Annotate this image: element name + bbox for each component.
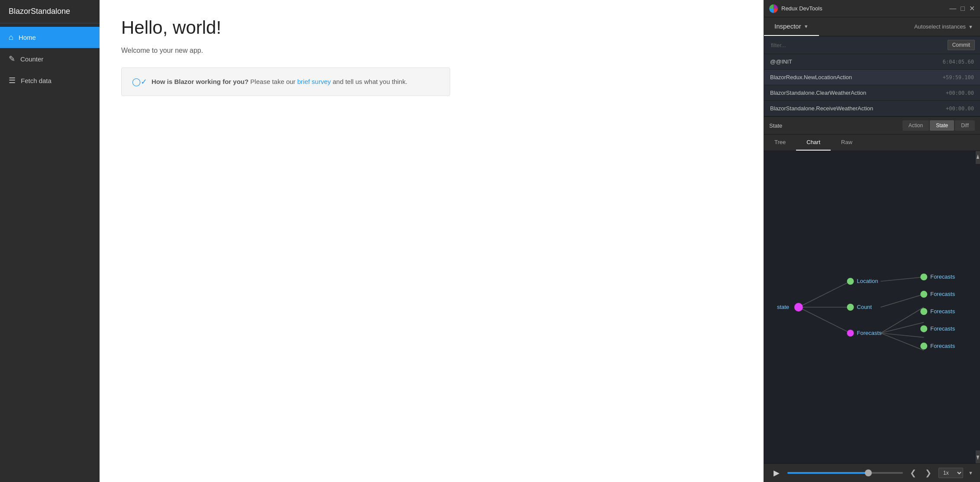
location-node [847,278,854,285]
action-name-clearweather: BlazorStandalone.ClearWeatherAction [770,90,866,96]
inspector-tab-label: Inspector [774,22,801,30]
sidebar-item-home-label: Home [19,34,36,41]
forecasts-child-5-label: Forecasts [930,343,955,349]
devtools-titlebar-left: Redux DevTools [769,4,822,13]
inspector-chevron-icon: ▼ [804,24,809,29]
speed-select[interactable]: 1x 2x 0.5x [938,468,963,478]
action-time-receiveweather: +00:00.00 [946,106,974,112]
devtools-header: Inspector ▼ Autoselect instances ▼ [764,17,980,36]
svg-line-4 [880,294,924,307]
action-row-receiveweather[interactable]: BlazorStandalone.ReceiveWeatherAction +0… [764,101,980,116]
svg-line-7 [880,333,924,337]
tab-action[interactable]: Action [903,120,929,131]
action-time-init: 6:04:05.60 [943,59,974,65]
next-button[interactable]: ❯ [923,467,933,479]
svg-line-0 [799,281,851,307]
info-box-before-link: Please take our [250,78,297,85]
view-tab-raw[interactable]: Raw [831,135,863,151]
inspector-tab[interactable]: Inspector ▼ [764,17,819,36]
main-content: Hello, world! Welcome to your new app. ◯… [100,0,764,482]
scrubber-fill [787,472,868,474]
forecasts-child-3-label: Forecasts [930,308,955,315]
svg-line-8 [880,333,924,350]
prev-button[interactable]: ❮ [908,467,918,479]
state-node-label: state [777,304,789,310]
play-button[interactable]: ▶ [771,467,782,479]
view-tab-tree[interactable]: Tree [764,135,796,151]
devtools-titlebar: Redux DevTools — □ ✕ [764,0,980,17]
sidebar-item-fetch-data[interactable]: ☰ Fetch data [0,70,100,91]
check-circle-icon: ◯✓ [132,77,147,87]
svg-marker-10 [977,456,979,460]
tab-diff[interactable]: Diff [955,120,975,131]
state-node [794,303,803,312]
scroll-indicator-bottom[interactable] [976,450,980,463]
speed-chevron-icon: ▼ [968,470,973,476]
sidebar: BlazorStandalone ⌂ Home ✎ Counter ☰ Fetc… [0,0,100,482]
scroll-indicator-top[interactable] [976,151,980,164]
home-icon: ⌂ [9,33,13,42]
app-brand: BlazorStandalone [0,0,100,23]
info-box-after-link: and tell us what you think. [332,78,407,85]
filter-input[interactable] [769,40,944,50]
count-node [847,304,854,311]
sidebar-item-home[interactable]: ⌂ Home [0,27,100,48]
svg-marker-9 [977,154,979,159]
minimize-button[interactable]: — [949,5,956,12]
forecasts-child-2-label: Forecasts [930,291,955,297]
svg-line-5 [880,307,924,333]
action-name-newlocation: BlazorRedux.NewLocationAction [770,74,852,80]
action-name-init: @@INIT [770,58,792,65]
forecasts-child-3-node [920,308,927,315]
location-label: Location [857,278,878,284]
close-button[interactable]: ✕ [969,5,975,12]
chart-area: state Location Count Forecasts Forecasts… [764,151,980,463]
autoselect-label: Autoselect instances [914,23,966,30]
action-list: @@INIT 6:04:05.60 BlazorRedux.NewLocatio… [764,54,980,117]
scrubber-track[interactable] [787,472,903,474]
counter-icon: ✎ [9,54,15,64]
bottom-controls: ▶ ❮ ❯ 1x 2x 0.5x ▼ [764,463,980,482]
view-tab-chart[interactable]: Chart [796,135,831,151]
redux-logo [769,4,778,13]
filter-bar: Commit [764,36,980,54]
devtools-title: Redux DevTools [781,5,822,12]
maximize-button[interactable]: □ [961,5,965,12]
state-inspector: State Action State Diff Tree Chart Raw [764,117,980,482]
forecasts-label: Forecasts [857,330,882,336]
sidebar-item-counter[interactable]: ✎ Counter [0,48,100,70]
action-row-clearweather[interactable]: BlazorStandalone.ClearWeatherAction +00:… [764,85,980,101]
state-chart-svg: state Location Count Forecasts Forecasts… [764,151,980,463]
info-box-text: How is Blazor working for you? Please ta… [152,77,407,87]
svg-line-3 [880,277,924,281]
devtools-panel: Redux DevTools — □ ✕ Inspector ▼ Autosel… [764,0,980,482]
state-label: State [769,122,782,129]
commit-button[interactable]: Commit [948,40,975,50]
forecasts-child-2-node [920,291,927,298]
info-box: ◯✓ How is Blazor working for you? Please… [121,67,450,96]
svg-line-6 [880,322,924,333]
scrubber-thumb[interactable] [865,469,872,476]
tab-state[interactable]: State [930,120,954,131]
autoselect-chevron-icon: ▼ [968,24,973,29]
forecasts-child-1-label: Forecasts [930,273,955,280]
brief-survey-link[interactable]: brief survey [297,78,331,85]
forecasts-child-5-node [920,343,927,350]
action-name-receiveweather: BlazorStandalone.ReceiveWeatherAction [770,105,873,112]
info-box-heading: How is Blazor working for you? [152,78,248,85]
sidebar-nav: ⌂ Home ✎ Counter ☰ Fetch data [0,23,100,95]
count-label: Count [857,304,872,310]
page-title: Hello, world! [121,17,742,38]
devtools-titlebar-controls: — □ ✕ [949,5,975,12]
state-header: State Action State Diff [764,117,980,135]
forecasts-child-4-label: Forecasts [930,325,955,332]
fetchdata-icon: ☰ [9,76,16,85]
forecasts-child-4-node [920,325,927,332]
page-subtitle: Welcome to your new app. [121,47,742,55]
forecasts-child-1-node [920,273,927,280]
sidebar-item-fetchdata-label: Fetch data [21,77,52,84]
autoselect-section[interactable]: Autoselect instances ▼ [907,18,980,35]
action-row-newlocation[interactable]: BlazorRedux.NewLocationAction +59:59.100 [764,70,980,85]
state-tabs: Action State Diff [903,120,975,131]
action-row-init[interactable]: @@INIT 6:04:05.60 [764,54,980,70]
